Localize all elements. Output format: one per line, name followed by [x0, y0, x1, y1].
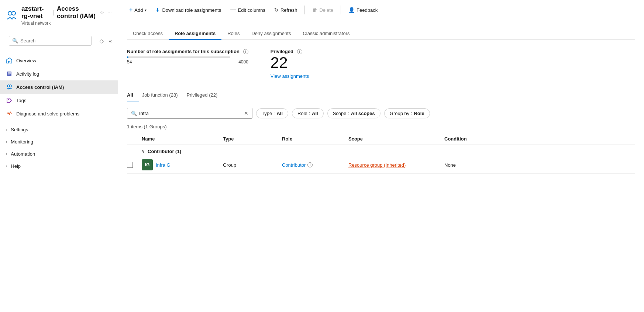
- sidebar-item-tags[interactable]: Tags: [0, 94, 118, 107]
- th-type: Type: [223, 136, 282, 142]
- more-options-icon[interactable]: ···: [107, 10, 112, 15]
- sidebar-item-label-overview: Overview: [16, 58, 36, 63]
- add-chevron-icon: ▾: [145, 8, 147, 12]
- sidebar-collapse-btn[interactable]: «: [107, 37, 113, 45]
- sidebar-search-box[interactable]: 🔍: [9, 36, 92, 46]
- role-assignments-bar-fill: [127, 56, 128, 58]
- sub-tab-privileged[interactable]: Privileged (22): [186, 89, 223, 101]
- sidebar-item-access-control[interactable]: Access control (IAM): [0, 80, 118, 94]
- role-search-input[interactable]: [139, 111, 242, 116]
- stats-section: Number of role assignments for this subs…: [127, 49, 635, 79]
- chevron-right-icon: ›: [6, 140, 7, 144]
- type-filter-pill[interactable]: Type : All: [256, 108, 288, 118]
- tab-role-assignments[interactable]: Role assignments: [169, 28, 221, 40]
- role-assignments-info-icon[interactable]: i: [243, 49, 248, 54]
- role-info-icon[interactable]: i: [307, 162, 313, 167]
- add-button[interactable]: + Add ▾: [125, 4, 150, 15]
- iam-icon: [6, 84, 13, 90]
- sidebar-item-settings[interactable]: › Settings: [0, 124, 118, 136]
- privileged-label: Privileged i: [271, 49, 309, 54]
- svg-line-12: [9, 112, 10, 115]
- chevron-right-icon: ›: [6, 128, 7, 132]
- sidebar-item-label-iam: Access control (IAM): [16, 84, 64, 90]
- feedback-icon: 👤: [348, 7, 355, 13]
- name-link[interactable]: Infra G: [156, 162, 171, 168]
- toolbar: + Add ▾ ⬇ Download role assignments ≡≡ E…: [118, 0, 644, 20]
- favorite-icon[interactable]: ☆: [100, 10, 104, 15]
- download-button[interactable]: ⬇ Download role assignments: [152, 4, 225, 15]
- tags-icon: [6, 97, 13, 104]
- tab-deny-assignments[interactable]: Deny assignments: [245, 28, 297, 40]
- row-checkbox[interactable]: [127, 162, 133, 168]
- svg-line-13: [10, 112, 11, 114]
- view-assignments-link[interactable]: View assignments: [271, 73, 309, 79]
- tab-bar: Check access Role assignments Roles Deny…: [127, 28, 635, 40]
- role-assignments-label: Number of role assignments for this subs…: [127, 49, 248, 54]
- sidebar-item-label-help: Help: [11, 163, 21, 169]
- overview-icon: [6, 57, 13, 64]
- chevron-right-icon: ›: [6, 152, 7, 156]
- td-scope: Resource group (Inherited): [348, 162, 444, 168]
- sidebar-item-label-activity-log: Activity log: [16, 71, 39, 77]
- sidebar-header: azstart-rg-vnet | Access control (IAM) ☆…: [0, 0, 118, 29]
- scope-filter-pill[interactable]: Scope : All scopes: [327, 108, 380, 118]
- sub-tab-job-function[interactable]: Job function (28): [142, 89, 184, 101]
- scope-link[interactable]: Resource group (Inherited): [348, 162, 406, 168]
- page-title: Access control (IAM): [57, 5, 97, 20]
- table-group-contributor: ∨ Contributor (1) IG Infra G G: [127, 145, 635, 174]
- feedback-button[interactable]: 👤 Feedback: [345, 5, 381, 15]
- th-scope: Scope: [348, 136, 444, 142]
- tab-roles[interactable]: Roles: [221, 28, 245, 40]
- tab-classic-admins[interactable]: Classic administrators: [297, 28, 355, 40]
- sidebar-item-help[interactable]: › Help: [0, 160, 118, 172]
- resource-subtitle: Virtual network: [21, 21, 112, 26]
- role-max-label: 4000: [238, 59, 248, 65]
- sidebar-item-label-diagnose: Diagnose and solve problems: [16, 111, 79, 117]
- groupby-filter-pill[interactable]: Group by : Role: [384, 108, 430, 118]
- sidebar-search-input[interactable]: [20, 38, 88, 44]
- tab-check-access[interactable]: Check access: [127, 28, 169, 40]
- sidebar-nav: Overview Activity log Access control (IA…: [0, 52, 118, 312]
- main-panel: + Add ▾ ⬇ Download role assignments ≡≡ E…: [118, 0, 644, 312]
- refresh-button[interactable]: ↻ Refresh: [271, 5, 301, 15]
- group-expand-icon[interactable]: ∨: [142, 149, 145, 154]
- sidebar-filter-btn[interactable]: ◇: [98, 37, 105, 45]
- title-separator: |: [52, 9, 54, 16]
- sub-tab-all[interactable]: All: [127, 89, 139, 101]
- sidebar-item-monitoring[interactable]: › Monitoring: [0, 136, 118, 148]
- sidebar-item-automation[interactable]: › Automation: [0, 148, 118, 160]
- role-search-clear-btn[interactable]: ✕: [244, 110, 248, 116]
- td-role: Contributor i: [282, 162, 348, 168]
- role-filter-pill[interactable]: Role : All: [292, 108, 324, 118]
- sidebar-item-label-monitoring: Monitoring: [11, 139, 33, 145]
- log-icon: [6, 70, 13, 77]
- privileged-count: 22: [271, 54, 309, 71]
- sidebar-item-diagnose[interactable]: Diagnose and solve problems: [0, 107, 118, 120]
- sidebar-item-label-settings: Settings: [11, 127, 28, 132]
- diagnose-icon: [6, 110, 13, 117]
- sidebar-search-icon: 🔍: [12, 38, 18, 44]
- privileged-info-icon[interactable]: i: [297, 49, 302, 54]
- sidebar-item-activity-log[interactable]: Activity log: [0, 67, 118, 80]
- filter-row: 🔍 ✕ Type : All Role : All Scope : All sc…: [127, 108, 635, 119]
- sidebar-item-label-tags: Tags: [16, 98, 26, 103]
- svg-point-9: [8, 99, 8, 100]
- role-search-icon: 🔍: [131, 111, 137, 116]
- role-search-box[interactable]: 🔍 ✕: [127, 108, 252, 119]
- svg-point-1: [12, 11, 16, 15]
- role-assignments-bar-labels: 54 4000: [127, 59, 248, 65]
- group-header-contributor: ∨ Contributor (1): [127, 145, 635, 156]
- th-checkbox: [127, 136, 142, 142]
- group-label: Contributor (1): [148, 149, 181, 154]
- td-type: Group: [223, 162, 282, 168]
- edit-columns-button[interactable]: ≡≡ Edit columns: [226, 5, 269, 15]
- sidebar-item-overview[interactable]: Overview: [0, 54, 118, 67]
- role-assignments-stat: Number of role assignments for this subs…: [127, 49, 248, 65]
- role-link[interactable]: Contributor: [282, 162, 306, 168]
- delete-icon: 🗑: [312, 7, 317, 13]
- avatar: IG: [142, 159, 153, 170]
- delete-button[interactable]: 🗑 Delete: [309, 5, 337, 15]
- td-condition: None: [444, 162, 503, 168]
- sidebar: azstart-rg-vnet | Access control (IAM) ☆…: [0, 0, 118, 312]
- svg-marker-2: [7, 58, 12, 63]
